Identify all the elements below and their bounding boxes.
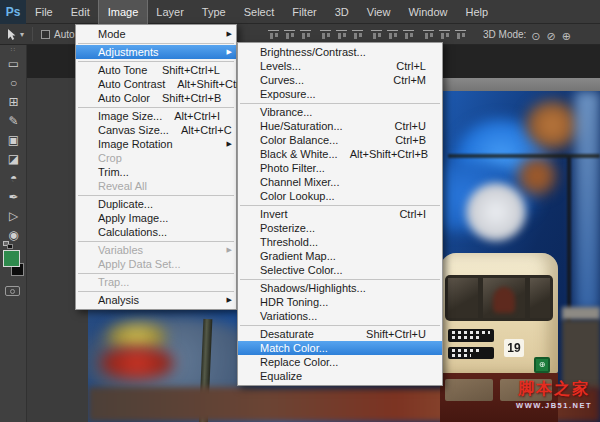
align-left-edges-icon[interactable] — [320, 30, 331, 40]
chevron-down-icon[interactable]: ▾ — [20, 30, 24, 39]
menu-item-desaturate[interactable]: DesaturateShift+Ctrl+U — [238, 327, 442, 341]
default-colors-icon[interactable] — [3, 241, 13, 249]
eraser-tool-icon[interactable]: ◪ — [0, 150, 27, 169]
menu-item-shortcut: Shift+Ctrl+L — [150, 64, 220, 76]
distribute-left-edges-icon[interactable] — [423, 30, 434, 40]
menubar-item-image[interactable]: Image — [99, 0, 148, 24]
menu-item-label: Color Balance... — [260, 134, 338, 146]
menubar-item-file[interactable]: File — [26, 0, 62, 24]
menubar-item-select[interactable]: Select — [235, 0, 284, 24]
menu-item-invert[interactable]: InvertCtrl+I — [238, 207, 442, 221]
menu-item-shortcut: Shift+Ctrl+B — [150, 92, 221, 104]
move-tool-icon — [6, 28, 16, 41]
menu-item-mode[interactable]: Mode▶ — [76, 27, 236, 41]
menu-separator — [78, 61, 234, 62]
menu-item-auto-contrast[interactable]: Auto ContrastAlt+Shift+Ctrl+L — [76, 77, 236, 91]
align-vertical-centers-icon[interactable] — [284, 30, 295, 40]
menu-item-vibrance[interactable]: Vibrance... — [238, 105, 442, 119]
clone-stamp-tool-icon[interactable]: ▣ — [0, 131, 27, 150]
menubar-item-layer[interactable]: Layer — [147, 0, 193, 24]
menu-item-hue-saturation[interactable]: Hue/Saturation...Ctrl+U — [238, 119, 442, 133]
menu-item-apply-image[interactable]: Apply Image... — [76, 211, 236, 225]
menu-item-reveal-all: Reveal All — [76, 179, 236, 193]
menu-item-exposure[interactable]: Exposure... — [238, 87, 442, 101]
align-horizontal-centers-icon[interactable] — [336, 30, 347, 40]
menu-item-gradient-map[interactable]: Gradient Map... — [238, 249, 442, 263]
menu-item-variations[interactable]: Variations... — [238, 309, 442, 323]
menu-item-label: Shadows/Highlights... — [260, 282, 366, 294]
distribute-right-edges-icon[interactable] — [455, 30, 466, 40]
menu-item-hdr-toning[interactable]: HDR Toning... — [238, 295, 442, 309]
menubar-item-help[interactable]: Help — [457, 0, 498, 24]
menu-item-color-lookup[interactable]: Color Lookup... — [238, 189, 442, 203]
menu-item-shortcut: Ctrl+B — [383, 134, 426, 146]
menu-item-calculations[interactable]: Calculations... — [76, 225, 236, 239]
3d-pan-camera-icon[interactable]: ⊕ — [562, 30, 571, 42]
distribute-vertical-centers-icon[interactable] — [387, 30, 398, 40]
3d-mode-icons: ⊙⊘⊕ — [531, 26, 577, 44]
menu-item-match-color[interactable]: Match Color... — [238, 341, 442, 355]
menu-item-selective-color[interactable]: Selective Color... — [238, 263, 442, 277]
auto-select-checkbox[interactable] — [41, 30, 50, 39]
3d-roll-camera-icon[interactable]: ⊘ — [547, 30, 556, 42]
blur-tool-icon[interactable]: ◓ — [0, 169, 27, 188]
menubar-item-edit[interactable]: Edit — [62, 0, 99, 24]
menu-item-label: Exposure... — [260, 88, 316, 100]
healing-brush-tool-icon[interactable]: ✎ — [0, 112, 27, 131]
rectangular-marquee-tool-icon[interactable]: ▭ — [0, 55, 27, 74]
align-top-edges-icon[interactable] — [268, 30, 279, 40]
menu-item-shortcut: Shift+Ctrl+U — [354, 328, 426, 340]
menu-item-color-balance[interactable]: Color Balance...Ctrl+B — [238, 133, 442, 147]
quick-mask-icon[interactable] — [5, 286, 20, 296]
menubar-item-3d[interactable]: 3D — [326, 0, 358, 24]
menu-item-auto-color[interactable]: Auto ColorShift+Ctrl+B — [76, 91, 236, 105]
menu-item-shortcut: Alt+Ctrl+I — [162, 110, 220, 122]
menu-item-image-rotation[interactable]: Image Rotation▶ — [76, 137, 236, 151]
menu-item-auto-tone[interactable]: Auto ToneShift+Ctrl+L — [76, 63, 236, 77]
menu-item-posterize[interactable]: Posterize... — [238, 221, 442, 235]
distribute-horizontal-centers-icon[interactable] — [439, 30, 450, 40]
menu-item-label: Match Color... — [260, 342, 328, 354]
menu-item-canvas-size[interactable]: Canvas Size...Alt+Ctrl+C — [76, 123, 236, 137]
menu-item-trim[interactable]: Trim... — [76, 165, 236, 179]
menu-item-threshold[interactable]: Threshold... — [238, 235, 442, 249]
align-right-edges-icon[interactable] — [352, 30, 363, 40]
menu-item-brightness-contrast[interactable]: Brightness/Contrast... — [238, 45, 442, 59]
menubar-item-filter[interactable]: Filter — [283, 0, 325, 24]
foreground-color-swatch[interactable] — [3, 250, 20, 267]
pen-tool-icon[interactable]: ✒ — [0, 188, 27, 207]
menu-item-photo-filter[interactable]: Photo Filter... — [238, 161, 442, 175]
3d-rotate-camera-icon[interactable]: ⊙ — [531, 30, 540, 42]
bus-upper-windows — [445, 275, 553, 321]
menu-item-replace-color[interactable]: Replace Color... — [238, 355, 442, 369]
crop-tool-icon[interactable]: ⊞ — [0, 93, 27, 112]
menubar-item-view[interactable]: View — [358, 0, 400, 24]
menu-item-adjustments[interactable]: Adjustments▶ — [76, 45, 236, 59]
menu-item-image-size[interactable]: Image Size...Alt+Ctrl+I — [76, 109, 236, 123]
menu-item-equalize[interactable]: Equalize — [238, 369, 442, 383]
menu-item-analysis[interactable]: Analysis▶ — [76, 293, 236, 307]
panel-grip-icon[interactable]: ∷ — [0, 45, 26, 55]
menu-item-black-white[interactable]: Black & White...Alt+Shift+Ctrl+B — [238, 147, 442, 161]
menu-item-label: Mode — [98, 28, 126, 40]
lasso-tool-icon[interactable]: ○ — [0, 74, 27, 93]
menubar-item-type[interactable]: Type — [193, 0, 235, 24]
menu-item-shortcut: Ctrl+I — [387, 208, 426, 220]
align-bottom-edges-icon[interactable] — [300, 30, 311, 40]
menu-separator — [240, 325, 440, 326]
path-selection-tool-icon[interactable]: ▷ — [0, 207, 27, 226]
menu-item-levels[interactable]: Levels...Ctrl+L — [238, 59, 442, 73]
menu-item-duplicate[interactable]: Duplicate... — [76, 197, 236, 211]
menu-item-label: Threshold... — [260, 236, 318, 248]
menu-separator — [240, 279, 440, 280]
distribute-bottom-edges-icon[interactable] — [403, 30, 414, 40]
distribute-top-edges-icon[interactable] — [371, 30, 382, 40]
menu-item-curves[interactable]: Curves...Ctrl+M — [238, 73, 442, 87]
menu-item-shadows-highlights[interactable]: Shadows/Highlights... — [238, 281, 442, 295]
menu-item-trap: Trap... — [76, 275, 236, 289]
photoshop-logo[interactable]: Ps — [0, 0, 26, 24]
menu-item-channel-mixer[interactable]: Channel Mixer... — [238, 175, 442, 189]
menu-item-label: Black & White... — [260, 148, 338, 160]
menu-separator — [240, 103, 440, 104]
menubar-item-window[interactable]: Window — [399, 0, 456, 24]
